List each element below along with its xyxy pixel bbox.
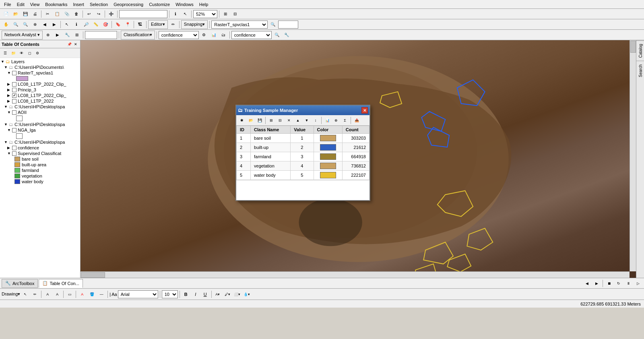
draw-font-color-btn[interactable]: A [78, 290, 87, 299]
toc-confidence[interactable]: ▶ confidence [1, 145, 79, 151]
hscroll-thumb[interactable] [81, 272, 105, 278]
measure-btn[interactable]: 📏 [91, 20, 100, 29]
toc-lc08-3[interactable]: ▶ LC08_L1TP_2022 [1, 98, 79, 104]
tsm-sigma-btn[interactable]: Σ [341, 116, 349, 124]
toc-princip3[interactable]: ▶ Princip_3 [1, 87, 79, 93]
bookmark-btn[interactable]: 📍 [123, 20, 132, 29]
print-btn[interactable]: 🖨 [31, 10, 39, 19]
toc-list-btn[interactable]: ☰ [2, 50, 9, 57]
tab-back-btn[interactable]: ◀ [582, 279, 591, 288]
princip3-checkbox[interactable] [12, 88, 17, 92]
redo-btn[interactable]: ↪ [94, 10, 103, 19]
tab-expand-btn[interactable]: ▷ [634, 279, 642, 288]
underline-btn[interactable]: U [201, 290, 210, 299]
identify-btn[interactable]: ℹ [171, 10, 180, 19]
confidence-select2[interactable]: confidence [231, 31, 272, 39]
supervised-checkbox[interactable] [12, 151, 17, 156]
back-btn[interactable]: ◀ [40, 20, 49, 29]
copy-btn[interactable]: 📋 [53, 10, 62, 19]
catalog-tab[interactable]: Catalog [636, 40, 644, 61]
select-features-btn[interactable]: ↖ [62, 20, 71, 29]
toc-bare-soil[interactable]: bare soil [1, 156, 79, 162]
na-btn2[interactable]: ▶ [53, 31, 62, 39]
raster-select[interactable]: RasterT_spvclas1 [211, 21, 268, 29]
zoom-layer-btn[interactable]: ⊟ [231, 10, 239, 19]
open-btn[interactable]: 📂 [11, 10, 20, 19]
tsm-chart-btn[interactable]: 📊 [323, 116, 331, 124]
draw-line-btn[interactable]: — [97, 290, 106, 299]
lc08-2-checkbox[interactable]: ✓ [12, 93, 17, 98]
map-hscrollbar[interactable] [80, 271, 630, 278]
zoom-in-btn[interactable]: 🔍 [11, 20, 20, 29]
menu-selection[interactable]: Selection [87, 1, 110, 8]
paste-btn[interactable]: 📎 [62, 10, 71, 19]
scale-input[interactable]: 1:1,027,895 [119, 10, 167, 18]
toc-lc08-1[interactable]: ▶ LC08_L1TP_2022_Clip_ [1, 81, 79, 87]
conf-btn3[interactable]: 🗂 [219, 31, 228, 39]
tsm-btn5[interactable]: ⊟ [276, 116, 284, 124]
na-btn4[interactable]: ⊞ [72, 31, 81, 39]
outline-btn[interactable]: ⬜▾ [233, 290, 242, 299]
editor-btn[interactable]: Editor▾ [148, 20, 168, 29]
select-btn[interactable]: ↖ [181, 10, 190, 19]
raster-value-input[interactable]: 500 [278, 21, 298, 29]
arctoolbox-tab[interactable]: 🔧 ArcToolbox [2, 279, 38, 288]
menu-bookmarks[interactable]: Bookmarks [43, 1, 70, 8]
col-classname[interactable]: Class Name [251, 126, 291, 134]
toc-farmland[interactable]: farmland [1, 167, 79, 173]
col-count[interactable]: Count [342, 126, 369, 134]
find-btn[interactable]: 🔎 [82, 20, 91, 29]
tsm-sort-btn[interactable]: ↕ [312, 116, 320, 124]
zoom-select[interactable]: 52% [193, 10, 217, 18]
undo-btn[interactable]: ↩ [85, 10, 93, 19]
identify2-btn[interactable]: ℹ [72, 20, 81, 29]
dialog-close-btn[interactable]: ✕ [361, 107, 368, 114]
sample-table-row[interactable]: 5water body5222107 [237, 171, 369, 180]
raster-checkbox[interactable] [12, 71, 17, 75]
toc-pin-btn[interactable]: 📌 [66, 41, 72, 47]
snapping-btn[interactable]: Snapping▾ [181, 20, 208, 29]
draw-select-btn[interactable]: ↖ [21, 290, 30, 299]
tsm-down-btn[interactable]: ▼ [303, 116, 311, 124]
toc-source-btn[interactable]: 📁 [10, 50, 17, 57]
font-size-select[interactable]: 10 [162, 290, 178, 298]
tab-refresh-btn[interactable]: ↻ [614, 279, 623, 288]
conf-btn5[interactable]: 🔧 [282, 31, 291, 39]
goto-btn[interactable]: 🎯 [101, 20, 110, 29]
add-bookmark-btn[interactable]: 🔖 [114, 20, 122, 29]
tsm-delete-btn[interactable]: ✕ [285, 116, 293, 124]
conf-btn4[interactable]: 🔍 [272, 31, 281, 39]
sample-table-row[interactable]: 3farmland3664918 [237, 152, 369, 161]
na-btn3[interactable]: 🔧 [63, 31, 72, 39]
menu-customize[interactable]: Customize [147, 1, 172, 8]
shadow-btn[interactable]: 💧▾ [242, 290, 251, 299]
tab-pause-btn[interactable]: ⏸ [624, 279, 633, 288]
sample-table-row[interactable]: 2built-up221612 [237, 143, 369, 152]
toc-close-btn[interactable]: ✕ [73, 41, 78, 47]
draw-color-btn[interactable]: A [53, 290, 62, 299]
save-btn[interactable]: 💾 [21, 10, 30, 19]
toc-raster-spvclas[interactable]: ▼ RasterT_spvclas1 [1, 70, 79, 76]
tsm-up-btn[interactable]: ▲ [294, 116, 302, 124]
raster-zoom-btn[interactable]: 🔍 [268, 20, 277, 29]
tsm-merge-btn[interactable]: ⊕ [332, 116, 340, 124]
na-search-input[interactable] [85, 31, 117, 39]
confidence-select1[interactable]: confidence [159, 31, 199, 39]
add-data-btn[interactable]: ➕ [107, 10, 116, 19]
toc-layers-root[interactable]: ▼ 🗂 Layers [1, 59, 79, 64]
pan-btn[interactable]: ✋ [2, 20, 10, 29]
italic-btn[interactable]: I [191, 290, 200, 299]
delete-btn[interactable]: 🗑 [72, 10, 81, 19]
toc-supervised[interactable]: ▼ Supervised Classificat [1, 151, 79, 156]
fixed-zoom-btn[interactable]: ⊕ [31, 20, 39, 29]
tsm-btn1[interactable]: ✱ [238, 116, 246, 124]
confidence-checkbox[interactable] [12, 146, 17, 150]
toc-visibility-btn[interactable]: 👁 [18, 50, 25, 57]
toc-folder-2[interactable]: ▼ 🗂 C:\Users\HP\Desktop\spa [1, 104, 79, 110]
new-btn[interactable]: 📄 [2, 10, 10, 19]
toc-options-btn[interactable]: ⚙ [34, 50, 41, 57]
edit-tool-btn[interactable]: ✏ [169, 20, 178, 29]
network-analyst-btn[interactable]: Network Analyst ▾ [2, 31, 43, 39]
tsm-export-btn[interactable]: 📤 [353, 116, 361, 124]
tsm-btn3[interactable]: 💾 [256, 116, 264, 124]
